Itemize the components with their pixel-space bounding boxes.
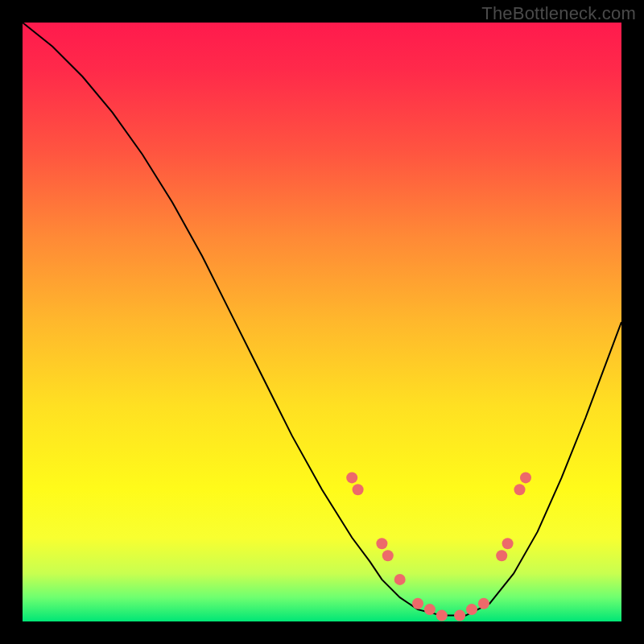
highlighted-point [353, 484, 364, 495]
bottleneck-curve-line [23, 23, 621, 616]
highlighted-point [394, 574, 406, 585]
highlighted-point [496, 550, 507, 561]
highlighted-point [424, 604, 436, 615]
highlighted-point [454, 610, 465, 621]
highlighted-point [376, 538, 387, 549]
highlighted-point [520, 472, 531, 483]
highlighted-point [346, 472, 357, 483]
chart-plot-area [23, 23, 621, 621]
chart-svg [23, 23, 621, 621]
highlighted-point [478, 598, 489, 609]
highlighted-point [382, 550, 394, 561]
highlighted-point [412, 598, 423, 609]
highlighted-point [514, 484, 526, 495]
watermark-text: TheBottleneck.com [481, 3, 636, 24]
highlighted-point [502, 538, 514, 549]
highlighted-points-group [346, 472, 531, 621]
highlighted-point [466, 604, 477, 615]
highlighted-point [436, 610, 448, 621]
